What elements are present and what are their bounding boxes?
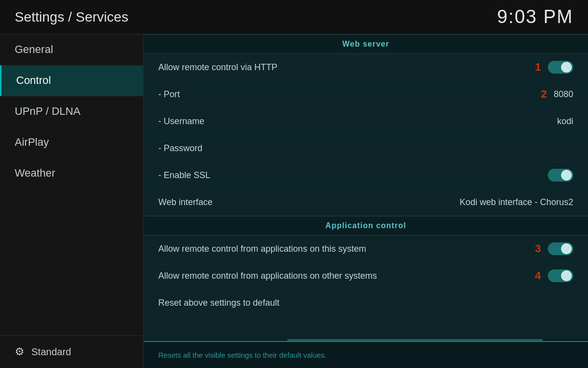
setting-label-allow-this-system: Allow remote control from applications o… bbox=[158, 244, 366, 254]
setting-row-port[interactable]: - Port28080 bbox=[144, 81, 588, 108]
footer-bar: Resets all the visible settings to their… bbox=[144, 341, 588, 368]
setting-label-username: - Username bbox=[158, 116, 204, 127]
toggle-enable-ssl[interactable] bbox=[548, 169, 573, 182]
setting-right-web-interface: Kodi web interface - Chorus2 bbox=[460, 197, 573, 208]
setting-label-reset-settings: Reset above settings to default bbox=[158, 298, 279, 308]
setting-label-enable-ssl: - Enable SSL bbox=[158, 170, 210, 181]
setting-row-password[interactable]: - Password bbox=[144, 135, 588, 162]
footer-text: Resets all the visible settings to their… bbox=[158, 351, 327, 359]
setting-label-allow-other-systems: Allow remote control from applications o… bbox=[158, 271, 377, 281]
setting-row-allow-this-system[interactable]: Allow remote control from applications o… bbox=[144, 236, 588, 263]
sidebar-bottom: ⚙ Standard bbox=[0, 335, 143, 368]
setting-row-web-interface[interactable]: Web interfaceKodi web interface - Chorus… bbox=[144, 189, 588, 216]
setting-value-username: kodi bbox=[557, 116, 573, 127]
clock: 9:03 PM bbox=[497, 6, 573, 27]
setting-label-allow-http: Allow remote control via HTTP bbox=[158, 62, 277, 73]
setting-row-allow-http[interactable]: Allow remote control via HTTP1 bbox=[144, 54, 588, 81]
sidebar-item-weather[interactable]: Weather bbox=[0, 158, 143, 189]
section-header-web-server: Web server bbox=[144, 34, 588, 54]
sidebar-item-control[interactable]: Control bbox=[0, 65, 143, 96]
standard-label: Standard bbox=[31, 346, 71, 358]
toggle-allow-http[interactable] bbox=[548, 61, 573, 74]
section-header-application-control: Application control bbox=[144, 216, 588, 236]
setting-label-web-interface: Web interface bbox=[158, 197, 213, 208]
setting-right-allow-other-systems: 4 bbox=[529, 269, 573, 282]
sidebar-item-airplay[interactable]: AirPlay bbox=[0, 127, 143, 158]
setting-right-allow-http: 1 bbox=[529, 61, 573, 74]
sidebar-item-upnp[interactable]: UPnP / DLNA bbox=[0, 96, 143, 127]
setting-right-port: 28080 bbox=[535, 88, 573, 101]
setting-row-allow-other-systems[interactable]: Allow remote control from applications o… bbox=[144, 263, 588, 289]
sidebar: GeneralControlUPnP / DLNAAirPlayWeather … bbox=[0, 34, 144, 368]
setting-number-port: 2 bbox=[535, 88, 547, 101]
setting-number-allow-http: 1 bbox=[529, 61, 541, 74]
app-header: Settings / Services 9:03 PM bbox=[0, 0, 588, 34]
sidebar-item-general[interactable]: General bbox=[0, 34, 143, 65]
toggle-allow-this-system[interactable] bbox=[548, 242, 573, 255]
main-content: Web serverAllow remote control via HTTP1… bbox=[144, 34, 588, 368]
setting-number-allow-this-system: 3 bbox=[529, 242, 541, 255]
setting-row-username[interactable]: - Usernamekodi bbox=[144, 108, 588, 135]
setting-row-reset-settings[interactable]: Reset above settings to default bbox=[144, 289, 588, 316]
setting-label-port: - Port bbox=[158, 89, 180, 100]
setting-label-password: - Password bbox=[158, 143, 202, 154]
toggle-allow-other-systems[interactable] bbox=[548, 269, 573, 282]
setting-right-enable-ssl bbox=[548, 169, 573, 182]
setting-number-allow-other-systems: 4 bbox=[529, 269, 541, 282]
setting-right-username: kodi bbox=[557, 116, 573, 127]
setting-value-web-interface: Kodi web interface - Chorus2 bbox=[460, 197, 573, 208]
setting-right-allow-this-system: 3 bbox=[529, 242, 573, 255]
page-title: Settings / Services bbox=[15, 9, 128, 25]
setting-row-enable-ssl[interactable]: - Enable SSL bbox=[144, 162, 588, 189]
setting-value-port: 8080 bbox=[554, 89, 573, 100]
gear-icon: ⚙ bbox=[15, 345, 24, 358]
